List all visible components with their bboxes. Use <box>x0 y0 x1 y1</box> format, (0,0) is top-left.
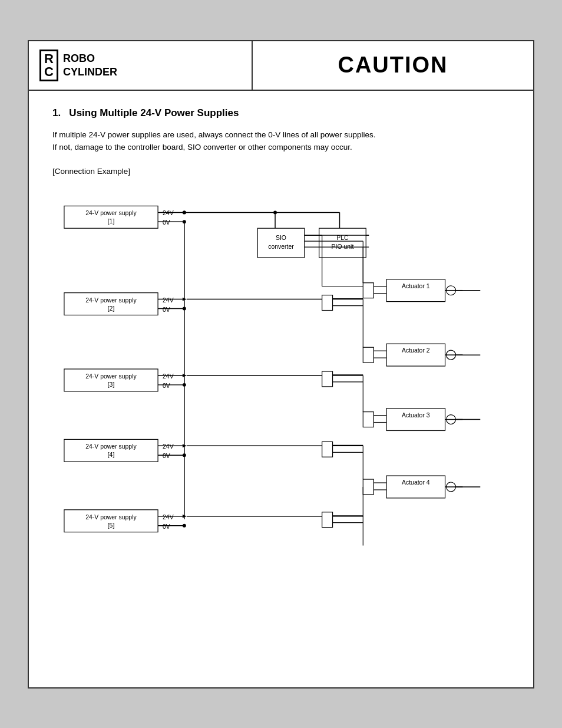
diagram-svg: text { font-family: Arial, sans-serif; f… <box>52 187 510 553</box>
svg-rect-20 <box>64 509 158 532</box>
svg-text:Actuator 3: Actuator 3 <box>402 411 430 418</box>
svg-text:24V: 24V <box>163 210 174 216</box>
svg-rect-0 <box>64 206 158 228</box>
brand-name: ROBO CYLINDER <box>63 52 117 78</box>
svg-text:24V: 24V <box>163 373 174 380</box>
r-letter: R <box>44 52 54 65</box>
logo-section: R C ROBO CYLINDER <box>29 41 253 90</box>
svg-point-120 <box>183 210 186 214</box>
svg-rect-10 <box>64 369 158 391</box>
page-container: R C ROBO CYLINDER CAUTION 1. Using Multi… <box>28 40 534 689</box>
svg-rect-5 <box>64 292 158 315</box>
content: 1. Using Multiple 24-V Power Supplies If… <box>29 91 533 571</box>
svg-point-55 <box>183 307 186 310</box>
svg-text:24V: 24V <box>163 297 174 303</box>
svg-text:converter: converter <box>268 243 294 250</box>
svg-text:PLC: PLC <box>336 235 349 241</box>
svg-rect-15 <box>64 439 158 462</box>
description: If multiple 24-V power supplies are used… <box>52 129 510 154</box>
svg-text:0V: 0V <box>163 523 170 529</box>
rc-box: R C <box>39 50 58 81</box>
svg-text:24-V power supply: 24-V power supply <box>85 373 137 380</box>
svg-text:[1]: [1] <box>108 218 115 225</box>
svg-point-34 <box>183 220 186 223</box>
caution-section: CAUTION <box>253 41 533 90</box>
svg-rect-62 <box>363 347 373 363</box>
connection-label: [Connection Example] <box>52 167 510 176</box>
svg-rect-57 <box>322 295 333 310</box>
svg-text:[5]: [5] <box>108 522 115 528</box>
svg-text:Actuator 4: Actuator 4 <box>402 479 430 486</box>
svg-text:0V: 0V <box>163 306 170 312</box>
svg-text:[3]: [3] <box>108 381 115 388</box>
svg-text:24V: 24V <box>163 443 174 450</box>
svg-text:SIO: SIO <box>276 235 286 241</box>
svg-rect-108 <box>322 512 333 527</box>
caution-title: CAUTION <box>338 52 448 78</box>
svg-text:24-V power supply: 24-V power supply <box>85 443 137 450</box>
svg-text:24V: 24V <box>163 513 174 520</box>
svg-rect-46 <box>363 282 373 298</box>
svg-point-106 <box>183 523 186 527</box>
svg-rect-91 <box>322 442 333 457</box>
svg-rect-96 <box>363 479 373 495</box>
svg-rect-79 <box>363 411 373 427</box>
diagram: text { font-family: Arial, sans-serif; f… <box>52 187 510 553</box>
svg-point-89 <box>183 453 186 457</box>
svg-text:24-V power supply: 24-V power supply <box>85 513 137 520</box>
logo: R C ROBO CYLINDER <box>39 50 117 81</box>
svg-text:24-V power supply: 24-V power supply <box>85 297 137 303</box>
c-letter: C <box>44 65 54 78</box>
svg-text:0V: 0V <box>163 453 170 459</box>
svg-text:[4]: [4] <box>108 452 115 458</box>
svg-text:0V: 0V <box>163 383 170 389</box>
svg-text:Actuator 2: Actuator 2 <box>402 347 430 354</box>
svg-text:0V: 0V <box>163 219 170 226</box>
header: R C ROBO CYLINDER CAUTION <box>29 41 533 91</box>
section-heading: 1. Using Multiple 24-V Power Supplies <box>52 107 510 119</box>
svg-rect-74 <box>322 371 333 387</box>
svg-text:Actuator 1: Actuator 1 <box>402 282 430 289</box>
svg-point-72 <box>183 383 186 387</box>
svg-text:[2]: [2] <box>108 305 115 311</box>
svg-text:24-V power supply: 24-V power supply <box>85 210 137 216</box>
